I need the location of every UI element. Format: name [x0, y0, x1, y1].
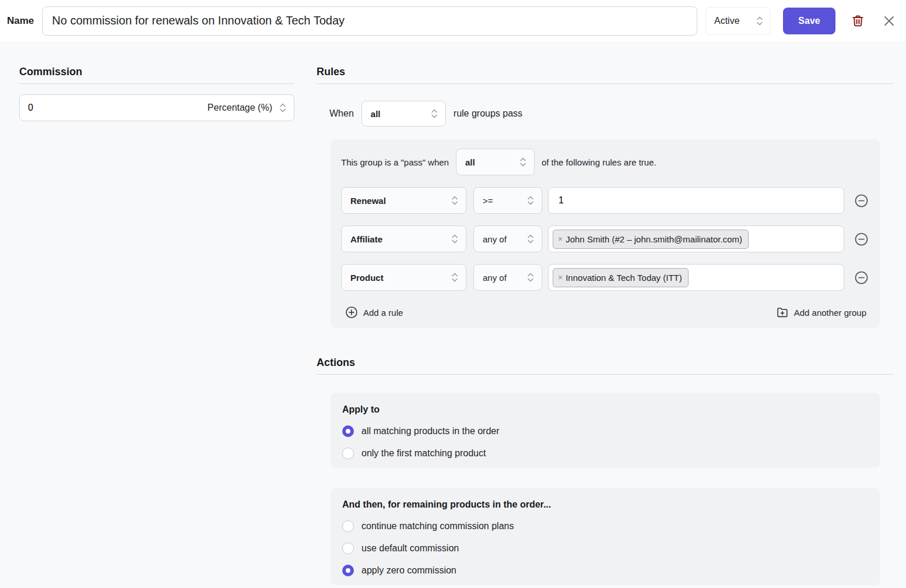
rule-operator-select[interactable]: any of [473, 226, 542, 252]
status-select[interactable]: Active [705, 7, 771, 35]
top-bar: Name Active Save [0, 0, 906, 41]
chevron-updown-icon [451, 271, 459, 284]
rule-group-header: This group is a "pass" when all of the f… [341, 149, 870, 175]
delete-button[interactable] [851, 14, 865, 28]
tag-label: John Smith (#2 – john.smith@mailinator.c… [566, 234, 742, 244]
remove-tag-icon[interactable]: × [558, 273, 563, 282]
remove-rule-button[interactable] [854, 270, 869, 285]
radio-button[interactable] [342, 565, 354, 576]
chevron-updown-icon [451, 233, 459, 245]
chevron-updown-icon [451, 194, 459, 207]
rules-actions-column: Rules When all rule groups pass This gro… [317, 66, 893, 585]
radio-label: only the first matching product [361, 448, 486, 459]
plus-circle-icon [345, 306, 358, 319]
add-rule-label: Add a rule [363, 308, 403, 318]
when-suffix: rule groups pass [454, 108, 522, 119]
minus-circle-icon [854, 232, 869, 247]
rule-row: Renewal >= [341, 187, 870, 214]
selected-tag: ×John Smith (#2 – john.smith@mailinator.… [553, 230, 749, 249]
close-icon [883, 15, 896, 27]
radio-option-first-matching[interactable]: only the first matching product [342, 448, 869, 459]
add-group-button[interactable]: Add another group [776, 306, 866, 319]
save-button[interactable]: Save [783, 8, 835, 34]
commission-heading: Commission [19, 66, 294, 84]
chevron-updown-icon [279, 101, 287, 114]
group-condition-prefix: This group is a "pass" when [341, 157, 449, 167]
name-label: Name [7, 15, 34, 27]
rule-field-value: Product [350, 273, 384, 283]
rule-group: This group is a "pass" when all of the f… [331, 139, 880, 328]
radio-option-default-commission[interactable]: use default commission [342, 543, 869, 554]
remove-rule-button[interactable] [854, 232, 869, 247]
chevron-updown-icon [526, 194, 535, 207]
chevron-updown-icon [526, 271, 535, 284]
commission-amount-input[interactable] [22, 103, 208, 113]
actions-heading: Actions [317, 357, 893, 375]
rule-tags-field[interactable]: ×Innovation & Tech Today (ITT) [548, 264, 844, 291]
radio-button[interactable] [342, 448, 354, 459]
rule-group-footer: Add a rule Add another group [341, 306, 870, 319]
radio-label: all matching products in the order [361, 426, 500, 436]
actions-section: Actions Apply to all matching products i… [317, 357, 893, 585]
rule-field-value: Renewal [350, 196, 386, 206]
commission-section: Commission Percentage (%) [19, 66, 294, 121]
main-content: Commission Percentage (%) Rules When all… [0, 41, 906, 585]
remaining-products-box: And then, for remaining products in the … [331, 488, 880, 585]
rule-row: Affiliate any of ×John Smith (#2 – john.… [341, 226, 870, 252]
commission-type-select[interactable]: Percentage (%) [208, 101, 287, 114]
rule-value-input[interactable] [553, 195, 840, 206]
rule-groups-match-value: all [371, 109, 381, 119]
group-condition-suffix: of the following rules are true. [542, 157, 656, 167]
folder-plus-icon [776, 306, 789, 319]
rule-field-value: Affiliate [350, 234, 382, 244]
status-value: Active [714, 16, 740, 26]
add-rule-button[interactable]: Add a rule [345, 306, 403, 319]
remove-tag-icon[interactable]: × [558, 234, 563, 244]
selected-tag: ×Innovation & Tech Today (ITT) [553, 268, 689, 287]
commission-type-value: Percentage (%) [208, 103, 272, 113]
remove-rule-button[interactable] [854, 193, 869, 208]
rule-operator-select[interactable]: any of [473, 264, 542, 291]
rules-heading: Rules [317, 66, 893, 84]
rule-operator-value: any of [483, 234, 507, 244]
rule-operator-value: >= [483, 196, 493, 206]
radio-button[interactable] [342, 543, 354, 554]
plan-name-input[interactable] [42, 6, 697, 36]
rule-operator-value: any of [483, 273, 507, 283]
radio-button[interactable] [342, 520, 354, 532]
rule-field-select[interactable]: Product [341, 264, 466, 291]
trash-icon [851, 14, 865, 28]
rule-field-select[interactable]: Affiliate [341, 226, 466, 252]
apply-to-heading: Apply to [342, 404, 869, 415]
close-button[interactable] [883, 15, 896, 27]
minus-circle-icon [854, 193, 869, 208]
chevron-updown-icon [756, 15, 764, 27]
when-prefix: When [329, 108, 354, 119]
rule-value-field [548, 187, 844, 214]
apply-to-box: Apply to all matching products in the or… [331, 393, 880, 468]
rule-groups-match-select[interactable]: all [361, 101, 446, 126]
tag-label: Innovation & Tech Today (ITT) [566, 273, 682, 283]
add-group-label: Add another group [794, 308, 866, 318]
radio-option-continue-matching[interactable]: continue matching commission plans [342, 520, 869, 532]
radio-label: apply zero commission [361, 565, 456, 576]
remaining-heading: And then, for remaining products in the … [342, 499, 869, 510]
radio-button[interactable] [342, 425, 354, 437]
chevron-updown-icon [430, 107, 438, 120]
chevron-updown-icon [526, 233, 535, 245]
group-match-select[interactable]: all [456, 149, 535, 175]
rule-field-select[interactable]: Renewal [341, 187, 466, 214]
rule-groups-condition-row: When all rule groups pass [329, 101, 893, 126]
radio-label: use default commission [361, 543, 459, 554]
rule-row: Product any of ×Innovation & Tech Today … [341, 264, 870, 291]
radio-option-all-matching[interactable]: all matching products in the order [342, 425, 869, 437]
chevron-updown-icon [519, 156, 527, 168]
rule-operator-select[interactable]: >= [473, 187, 542, 214]
commission-field: Percentage (%) [19, 94, 294, 121]
radio-option-zero-commission[interactable]: apply zero commission [342, 565, 869, 576]
rule-tags-field[interactable]: ×John Smith (#2 – john.smith@mailinator.… [548, 226, 844, 252]
minus-circle-icon [854, 270, 869, 285]
radio-label: continue matching commission plans [361, 521, 514, 531]
group-match-value: all [465, 157, 475, 167]
